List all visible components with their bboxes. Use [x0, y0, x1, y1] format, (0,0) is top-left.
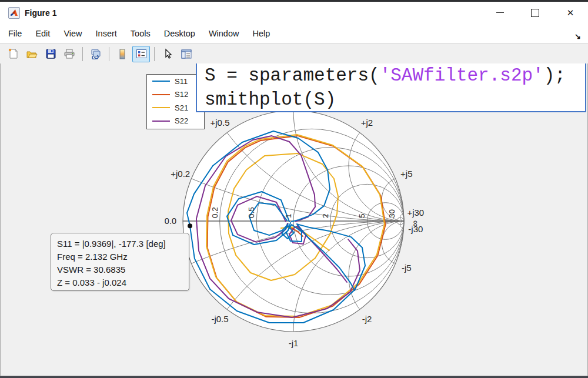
desktop-edge-top: [0, 0, 588, 2]
imag-label-neg: -j5: [402, 263, 412, 273]
datatip-s11-line: S11 = |0.9369|, -177.3 [deg]: [57, 237, 189, 250]
code-snippet-overlay: S = sparameters('SAWfilter.s2p'); smithp…: [196, 62, 586, 112]
imag-label-neg: -j2: [362, 314, 372, 324]
legend-label: S21: [175, 103, 188, 112]
datatip-freq-line: Freq = 2.132 GHz: [57, 250, 189, 263]
data-tip[interactable]: S11 = |0.9369|, -177.3 [deg] Freq = 2.13…: [51, 233, 189, 291]
colorbar-icon: [118, 48, 127, 60]
open-folder-icon: [26, 48, 38, 59]
edit-plot-button[interactable]: [159, 46, 176, 62]
print-button[interactable]: [61, 46, 78, 62]
real-label: 30: [387, 209, 396, 218]
imag-label-pos: +j2: [361, 118, 373, 128]
property-inspector-button[interactable]: [178, 46, 195, 62]
real-label: 0.2: [211, 207, 219, 218]
imag-label-pos: +j0.5: [211, 118, 230, 128]
printer-icon: [64, 48, 75, 59]
code-string-literal: 'SAWfilter.s2p': [380, 65, 544, 86]
legend-label: S12: [175, 90, 188, 99]
minimize-button[interactable]: [482, 2, 517, 24]
menu-desktop[interactable]: Desktop: [164, 26, 202, 41]
maximize-button[interactable]: [517, 2, 553, 24]
matlab-icon: [8, 7, 20, 19]
toolbar-separator: [154, 47, 155, 61]
figure-window: Figure 1 ✕ File Edit View Insert Tools D…: [0, 0, 588, 378]
real-label: 0.5: [247, 207, 256, 218]
maximize-icon: [531, 9, 539, 17]
title-bar[interactable]: Figure 1 ✕: [0, 2, 588, 24]
menu-file[interactable]: File: [8, 26, 29, 41]
link-plot-button[interactable]: [87, 46, 105, 62]
insert-legend-button[interactable]: [132, 46, 150, 62]
imag-label-pos: +j30: [407, 208, 424, 218]
datatip-z-line: Z = 0.033 - j0.024: [57, 276, 189, 289]
toolbar-separator: [109, 47, 109, 61]
figure-toolbar: [0, 44, 588, 63]
datatip-marker-dot[interactable]: [188, 223, 192, 228]
menu-bar: File Edit View Insert Tools Desktop Wind…: [0, 24, 588, 44]
save-floppy-icon: [45, 48, 56, 59]
insert-colorbar-button[interactable]: [113, 46, 131, 62]
menu-view[interactable]: View: [64, 26, 89, 41]
new-document-icon: [8, 48, 19, 59]
code-line-2: smithplot(S): [205, 88, 585, 112]
minimize-icon: [496, 12, 504, 13]
menu-tools[interactable]: Tools: [131, 26, 158, 41]
new-figure-button[interactable]: [4, 46, 22, 62]
legend-entry-s22[interactable]: S22: [147, 115, 204, 128]
imag-label-pos: +j0.2: [171, 169, 190, 179]
menu-insert[interactable]: Insert: [96, 26, 124, 41]
real-label: 5: [358, 213, 366, 218]
legend-line-s11: [152, 81, 170, 82]
property-inspector-icon: [181, 49, 192, 59]
close-icon: ✕: [567, 8, 574, 18]
imag-label-pos: +j5: [400, 169, 412, 179]
save-button[interactable]: [42, 46, 59, 62]
real-label: 1: [284, 213, 293, 218]
desktop-edge-bottom: [0, 376, 588, 378]
link-icon: [90, 48, 102, 59]
datatip-vswr-line: VSWR = 30.6835: [57, 263, 189, 276]
window-title: Figure 1: [25, 8, 56, 18]
menu-help[interactable]: Help: [252, 26, 277, 41]
real-label: 2: [321, 213, 330, 218]
menu-edit[interactable]: Edit: [35, 26, 57, 41]
imag-label-neg: -j1: [289, 338, 299, 348]
dock-figure-icon[interactable]: ↘: [574, 32, 581, 41]
toolbar-separator: [82, 47, 83, 61]
legend-label: S22: [175, 116, 188, 125]
legend-line-s12: [152, 94, 170, 95]
code-line-1: S = sparameters('SAWfilter.s2p');: [205, 63, 585, 88]
menu-window[interactable]: Window: [209, 26, 246, 41]
imag-label-neg: -j0.5: [211, 314, 228, 324]
zero-label: 0.0: [165, 216, 176, 226]
legend-line-s22: [152, 121, 170, 122]
legend-label: S11: [175, 77, 188, 86]
infinity-label: ∞: [411, 220, 421, 227]
legend-icon: [136, 49, 147, 59]
open-file-button[interactable]: [23, 46, 41, 62]
close-button[interactable]: ✕: [553, 2, 588, 24]
pointer-arrow-icon: [163, 48, 173, 59]
legend-line-s21: [152, 107, 170, 108]
